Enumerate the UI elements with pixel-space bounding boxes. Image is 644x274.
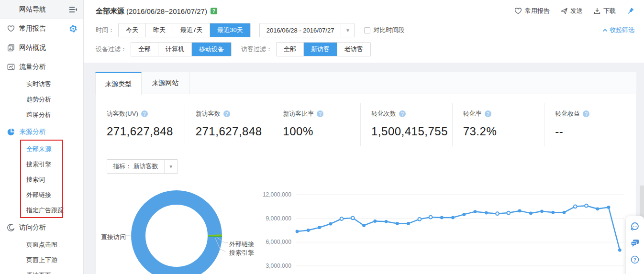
help-icon[interactable]: ? <box>630 255 640 264</box>
indicator-dropdown[interactable]: 指标： 新访客数 ▼ <box>107 159 178 174</box>
title-help-icon[interactable]: ? <box>211 8 217 14</box>
collapse-menu-icon[interactable] <box>69 5 78 14</box>
metric-value: 271,627,848 <box>107 125 185 138</box>
donut-label-search: 搜索引擎 <box>229 249 254 257</box>
chat-icon[interactable] <box>630 238 640 248</box>
device-option-移动设备[interactable]: 移动设备 <box>191 43 231 56</box>
visitor-option-全部[interactable]: 全部 <box>277 43 303 56</box>
metric-label: 转化收益? <box>555 110 636 118</box>
traffic-icon <box>7 63 15 71</box>
collapse-filters-link[interactable]: 收起筛选 <box>602 26 634 34</box>
sidebar-header: 网站导航 <box>0 0 83 19</box>
sidebar-item-访问分析[interactable]: 访问分析 <box>0 218 83 237</box>
metric-转化收益: 转化收益?-- <box>544 103 636 146</box>
device-option-全部[interactable]: 全部 <box>131 43 158 56</box>
device-filter-row: 设备过滤： 全部计算机移动设备 访客过滤： 全部新访客老访客 <box>96 42 634 56</box>
metric-help-icon[interactable]: ? <box>223 110 230 117</box>
metric-help-icon[interactable]: ? <box>399 110 406 117</box>
visitor-option-新访客[interactable]: 新访客 <box>303 43 337 56</box>
metric-访客数(UV): 访客数(UV)?271,627,848 <box>96 103 185 146</box>
time-filter-row: 时间： 今天昨天最近7天最近30天 2016/06/28 - 2016/07/2… <box>96 23 634 37</box>
metric-label: 转化次数? <box>371 110 452 118</box>
sidebar-item-流量分析[interactable]: 流量分析 <box>0 57 83 77</box>
sidebar-item-指定广告跟踪[interactable]: 指定广告跟踪 <box>0 203 83 218</box>
donut-label-external: 外部链接 <box>229 240 254 249</box>
metric-新访客数: 新访客数?271,627,848 <box>185 103 272 146</box>
metric-label-text: 转化收益 <box>555 110 580 118</box>
time-option-今天[interactable]: 今天 <box>119 23 145 37</box>
visitor-filter-group: 全部新访客老访客 <box>276 42 371 56</box>
metric-label: 访客数(UV)? <box>107 110 185 118</box>
chevron-down-icon: ▼ <box>341 23 354 37</box>
tab-来源网站[interactable]: 来源网站 <box>142 72 189 94</box>
compare-period-checkbox-wrap[interactable]: 对比时间段 <box>364 26 404 34</box>
chevron-up-icon <box>602 28 608 33</box>
sidebar-item-跨屏分析[interactable]: 跨屏分析 <box>0 107 83 122</box>
sidebar-item-网站概况[interactable]: 网站概况 <box>0 38 83 57</box>
metric-help-icon[interactable]: ? <box>317 110 323 117</box>
sidebar-item-全部来源[interactable]: 全部来源 <box>0 142 83 157</box>
sidebar-item-页面点击图[interactable]: 页面点击图 <box>0 237 83 252</box>
indicator-value: 新访客数 <box>133 162 158 171</box>
action-label: 发送 <box>570 7 583 15</box>
visitor-filter-label: 访客过滤： <box>241 45 272 54</box>
sidebar-item-受访页面[interactable]: 受访页面 <box>0 268 83 274</box>
customer-service-icon[interactable] <box>630 221 640 231</box>
sidebar-item-来源分析[interactable]: 来源分析 <box>0 122 83 142</box>
heart-icon <box>514 7 522 15</box>
time-option-最近7天[interactable]: 最近7天 <box>173 23 210 37</box>
time-option-最近30天[interactable]: 最近30天 <box>210 23 250 37</box>
sidebar-item-label: 常用报告 <box>19 24 46 33</box>
indicator-text: 指标： 新访客数 <box>107 160 164 173</box>
action-下载[interactable]: 下载 <box>593 7 616 15</box>
sidebar-item-label: 跨屏分析 <box>26 110 51 119</box>
title-actions: 常用报告发送下载 <box>514 7 634 15</box>
metric-value: 271,627,848 <box>196 125 272 138</box>
indicator-label: 指标： <box>113 162 132 171</box>
metric-label: 新访客数? <box>196 110 272 118</box>
sidebar-item-label: 网站概况 <box>19 44 46 52</box>
donut-label-direct: 直接访问 <box>101 233 126 241</box>
line-chart-svg[interactable] <box>295 186 630 274</box>
gear-icon[interactable] <box>69 24 78 33</box>
moon-icon <box>7 223 15 232</box>
metric-label: 新访客比率? <box>283 110 360 118</box>
device-filter-group: 全部计算机移动设备 <box>131 42 232 56</box>
sidebar-item-label: 来源分析 <box>19 128 46 136</box>
time-filter-label: 时间： <box>96 26 114 34</box>
download-icon <box>593 7 601 15</box>
y-axis-label: 6,000,000 <box>253 239 291 245</box>
pin-action[interactable] <box>626 7 634 15</box>
metric-help-icon[interactable]: ? <box>583 110 589 117</box>
device-filter-label: 设备过滤： <box>96 45 127 54</box>
date-range-picker[interactable]: 2016/06/28 - 2016/07/27 ▼ <box>259 23 355 37</box>
tab-来源类型[interactable]: 来源类型 <box>95 72 142 95</box>
action-发送[interactable]: 发送 <box>560 7 583 15</box>
sidebar-item-趋势分析[interactable]: 趋势分析 <box>0 92 83 107</box>
metrics-row: 访客数(UV)?271,627,848新访客数?271,627,848新访客比率… <box>96 103 636 146</box>
sidebar-item-实时访客[interactable]: 实时访客 <box>0 77 83 92</box>
sidebar-item-外部链接[interactable]: 外部链接 <box>0 187 83 203</box>
compare-period-checkbox[interactable] <box>364 27 370 33</box>
metric-转化率: 转化率?73.2% <box>452 103 544 146</box>
sidebar-item-搜索引擎[interactable]: 搜索引擎 <box>0 157 83 172</box>
sidebar-item-label: 外部链接 <box>26 191 51 199</box>
metric-label-text: 转化率 <box>463 110 482 118</box>
time-option-昨天[interactable]: 昨天 <box>145 23 173 37</box>
metric-value: -- <box>555 125 636 138</box>
sidebar-item-搜索词[interactable]: 搜索词 <box>0 172 83 187</box>
metric-help-icon[interactable]: ? <box>485 110 491 117</box>
sidebar-title: 网站导航 <box>19 5 46 14</box>
action-常用报告[interactable]: 常用报告 <box>514 7 550 15</box>
sidebar-item-label: 页面上下游 <box>26 256 57 264</box>
sidebar-item-label: 实时访客 <box>26 80 51 88</box>
metric-help-icon[interactable]: ? <box>141 110 148 117</box>
sidebar-item-label: 指定广告跟踪 <box>26 206 64 215</box>
donut-chart-svg[interactable] <box>96 187 259 274</box>
sidebar-item-常用报告[interactable]: 常用报告 <box>0 19 83 38</box>
sidebar-item-label: 访问分析 <box>19 223 46 232</box>
visitor-option-老访客[interactable]: 老访客 <box>337 43 370 56</box>
sidebar-item-label: 受访页面 <box>26 271 51 274</box>
device-option-计算机[interactable]: 计算机 <box>158 43 191 56</box>
sidebar-item-页面上下游[interactable]: 页面上下游 <box>0 252 83 268</box>
